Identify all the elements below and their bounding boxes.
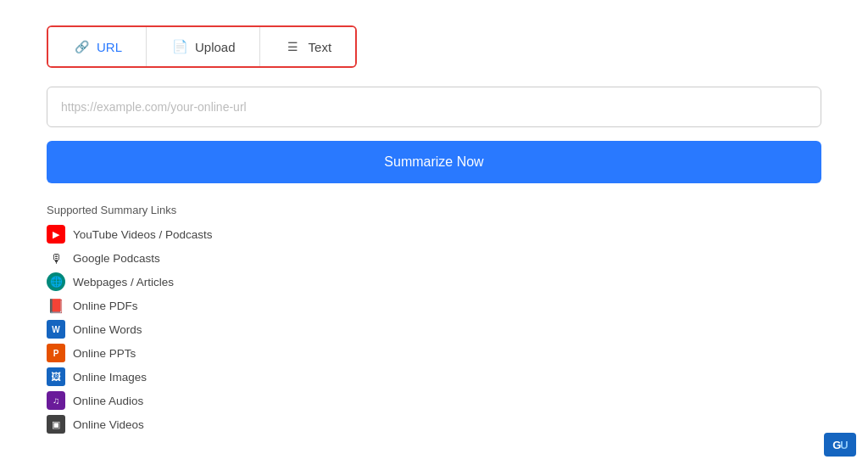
list-item: ♫ Online Audios (47, 391, 821, 410)
video-icon: ▣ (47, 415, 65, 434)
url-input[interactable] (47, 87, 821, 127)
item-label: Webpages / Articles (73, 276, 174, 289)
list-item: P Online PPTs (47, 344, 821, 362)
pdf-icon: 📕 (47, 296, 65, 315)
list-item: 🎙 Google Podcasts (47, 249, 821, 267)
youtube-icon: ▶ (47, 225, 65, 244)
item-label: Online PDFs (73, 300, 138, 312)
tab-url-label: URL (97, 40, 122, 54)
tab-text-label: Text (309, 40, 332, 54)
supported-links-list: ▶ YouTube Videos / Podcasts 🎙 Google Pod… (47, 225, 821, 434)
main-container: 🔗 URL 📄 Upload ☰ Text Summarize Now Supp… (0, 0, 868, 451)
image-icon: 🖼 (47, 367, 65, 386)
ppt-icon: P (47, 344, 65, 362)
tab-text[interactable]: ☰ Text (260, 27, 356, 66)
audio-icon: ♫ (47, 391, 65, 410)
list-item: W Online Words (47, 320, 821, 339)
supported-links-title: Supported Summary Links (47, 204, 821, 216)
list-item: ▣ Online Videos (47, 415, 821, 434)
brand-logo: GU (824, 433, 856, 457)
summarize-button[interactable]: Summarize Now (47, 141, 821, 183)
list-item: 🖼 Online Images (47, 367, 821, 386)
item-label: Online Audios (73, 395, 143, 407)
item-label: Online Videos (73, 418, 144, 431)
tab-upload-label: Upload (195, 40, 236, 54)
list-item: 📕 Online PDFs (47, 296, 821, 315)
list-item: 🌐 Webpages / Articles (47, 272, 821, 291)
item-label: Online Images (73, 371, 147, 384)
item-label: Online Words (73, 323, 142, 336)
tab-upload[interactable]: 📄 Upload (147, 27, 260, 66)
item-label: YouTube Videos / Podcasts (73, 228, 213, 241)
upload-icon: 📄 (170, 37, 189, 56)
globe-icon: 🌐 (47, 272, 65, 291)
tab-url[interactable]: 🔗 URL (48, 27, 147, 66)
item-label: Google Podcasts (73, 252, 160, 265)
text-icon: ☰ (284, 37, 303, 56)
item-label: Online PPTs (73, 347, 136, 360)
tab-bar: 🔗 URL 📄 Upload ☰ Text (47, 25, 357, 68)
google-podcasts-icon: 🎙 (47, 249, 65, 267)
url-icon: 🔗 (72, 37, 91, 56)
supported-links-section: Supported Summary Links ▶ YouTube Videos… (47, 204, 821, 434)
list-item: ▶ YouTube Videos / Podcasts (47, 225, 821, 244)
word-icon: W (47, 320, 65, 339)
